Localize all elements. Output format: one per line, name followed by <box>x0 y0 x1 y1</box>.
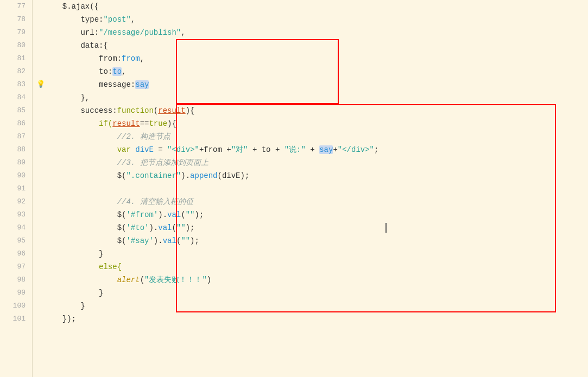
line-number: 84 <box>0 91 32 104</box>
code-token: ( <box>140 276 144 284</box>
code-token: +from + <box>199 145 231 154</box>
code-token: "" <box>176 223 186 232</box>
code-token: $( <box>117 210 127 219</box>
gutter-cell <box>33 104 49 117</box>
gutter-cell <box>33 247 49 260</box>
code-token: ); <box>186 223 195 232</box>
code-token: + <box>333 145 337 154</box>
gutter-cell <box>33 91 49 104</box>
gutter-cell <box>33 273 49 286</box>
line-number: 97 <box>0 260 32 273</box>
line-number: 82 <box>0 65 32 78</box>
code-token: data:{ <box>80 41 108 50</box>
code-token: ( <box>154 106 158 115</box>
line-number: 83 <box>0 78 32 91</box>
gutter-cell <box>33 221 49 234</box>
line-number: 96 <box>0 247 32 260</box>
gutter-cell <box>33 234 49 247</box>
code-token: var <box>117 145 136 154</box>
code-line: message:say <box>53 78 588 91</box>
line-number: 86 <box>0 117 32 130</box>
code-line: data:{ <box>53 39 588 52</box>
code-token: $( <box>117 223 127 232</box>
code-token: true <box>149 119 167 128</box>
code-token: say <box>319 145 333 154</box>
code-token: ); <box>195 210 204 219</box>
code-token: + <box>306 145 319 154</box>
line-numbers: 7778798081828384858687888990919293949596… <box>0 0 33 377</box>
code-line: $('#say').val(""); <box>53 234 588 247</box>
gutter-cell <box>33 26 49 39</box>
code-line: //2. 构造节点 <box>53 130 588 143</box>
line-number: 94 <box>0 221 32 234</box>
code-token: function <box>117 106 154 115</box>
gutter-cell <box>33 117 49 130</box>
code-token: type: <box>80 15 103 24</box>
code-line: //4. 清空输入框的值 <box>53 195 588 208</box>
line-number: 88 <box>0 143 32 156</box>
code-area: $.ajax({ type:"post", url:"/message/publ… <box>49 0 588 377</box>
code-token: //2. 构造节点 <box>117 132 170 141</box>
code-token: "说:" <box>284 145 306 154</box>
code-token: message: <box>99 80 135 89</box>
gutter-cell <box>33 208 49 221</box>
code-token: "对" <box>231 145 248 154</box>
code-token: "post" <box>103 15 130 24</box>
code-token: ) <box>207 276 211 284</box>
code-token: } <box>99 250 103 258</box>
code-line: $('#from').val(""); <box>53 208 588 221</box>
code-token: }); <box>62 315 76 323</box>
code-line: if(result==true){ <box>53 117 588 130</box>
code-token: val <box>167 210 181 219</box>
code-line: //3. 把节点添加到页面上 <box>53 156 588 169</box>
code-token: "</div>" <box>338 145 374 154</box>
code-token: ( <box>181 210 185 219</box>
line-number: 78 <box>0 13 32 26</box>
code-token: divE <box>135 145 154 154</box>
code-token: , <box>181 28 185 37</box>
code-token: $( <box>117 171 127 180</box>
gutter-cell <box>33 286 49 299</box>
code-token: ){ <box>167 119 176 128</box>
code-line: $.ajax({ <box>53 0 588 13</box>
code-line: } <box>53 247 588 260</box>
line-number: 81 <box>0 52 32 65</box>
code-line <box>53 182 588 195</box>
gutter-cell <box>33 0 49 13</box>
line-number: 91 <box>0 182 32 195</box>
gutter-cell <box>33 195 49 208</box>
code-container: 7778798081828384858687888990919293949596… <box>0 0 588 377</box>
code-token: result <box>112 119 140 128</box>
code-token: ( <box>172 223 176 232</box>
code-token: ). <box>181 171 190 180</box>
code-token: "/message/publish" <box>99 28 181 37</box>
code-line: type:"post", <box>53 13 588 26</box>
line-number: 101 <box>0 312 32 325</box>
line-number: 92 <box>0 195 32 208</box>
line-number: 99 <box>0 286 32 299</box>
code-line: url:"/message/publish", <box>53 26 588 39</box>
code-line: }, <box>53 91 588 104</box>
code-token: + to + <box>248 145 284 154</box>
code-token: = <box>154 145 167 154</box>
code-token: ){ <box>186 106 195 115</box>
gutter-cell <box>33 260 49 273</box>
code-token: '#say' <box>126 237 153 245</box>
gutter-cell <box>33 299 49 312</box>
code-line: to:to, <box>53 65 588 78</box>
code-token: ). <box>154 237 163 245</box>
gutter-cell <box>33 143 49 156</box>
line-number: 87 <box>0 130 32 143</box>
code-token: from <box>122 54 140 63</box>
gutter-cell <box>33 130 49 143</box>
code-line: }); <box>53 312 588 325</box>
line-number: 100 <box>0 299 32 312</box>
code-token: result <box>158 106 185 115</box>
code-line: $(".container").append(divE); <box>53 169 588 182</box>
code-token: //3. 把节点添加到页面上 <box>117 158 208 167</box>
code-token: } <box>99 289 103 297</box>
code-token: alert <box>117 276 140 284</box>
code-token: '#to' <box>126 223 149 232</box>
code-line: } <box>53 286 588 299</box>
line-number: 79 <box>0 26 32 39</box>
